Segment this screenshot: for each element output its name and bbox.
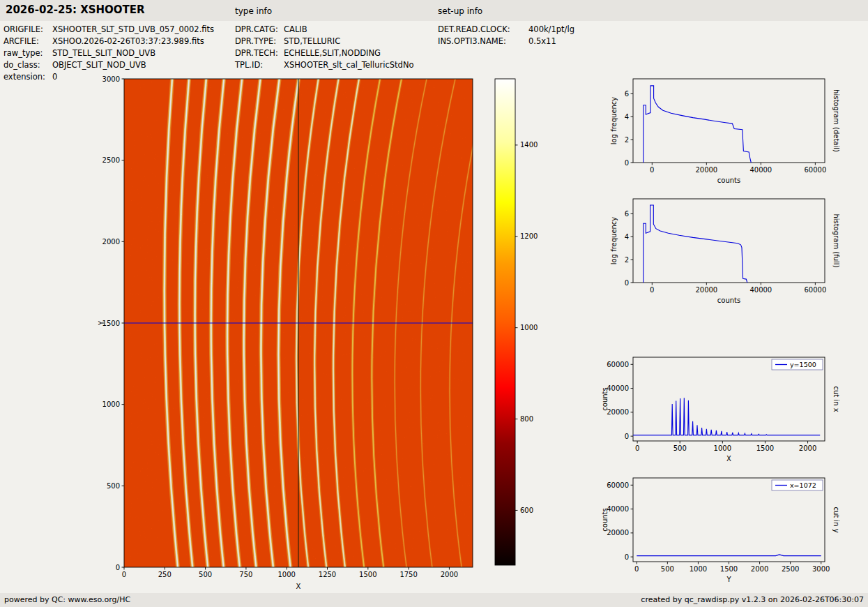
svg-text:1400: 1400 bbox=[520, 141, 538, 149]
svg-text:counts: counts bbox=[601, 508, 609, 531]
svg-text:600: 600 bbox=[520, 507, 533, 514]
svg-text:20000: 20000 bbox=[607, 529, 629, 537]
svg-text:6: 6 bbox=[625, 210, 629, 218]
svg-text:0: 0 bbox=[650, 166, 654, 174]
svg-text:1000: 1000 bbox=[714, 444, 731, 452]
svg-text:1000: 1000 bbox=[277, 571, 295, 578]
svg-text:3000: 3000 bbox=[102, 75, 120, 83]
svg-text:0: 0 bbox=[635, 444, 639, 452]
svg-text:1000: 1000 bbox=[102, 400, 120, 408]
svg-text:4: 4 bbox=[625, 233, 629, 241]
svg-text:500: 500 bbox=[661, 565, 674, 573]
svg-text:0: 0 bbox=[116, 564, 120, 571]
svg-text:2000: 2000 bbox=[751, 565, 768, 573]
svg-text:histogram (detail): histogram (detail) bbox=[832, 89, 840, 152]
svg-text:0: 0 bbox=[625, 159, 629, 167]
svg-text:Y: Y bbox=[726, 576, 731, 583]
footer-powered-by: powered by QC: www.eso.org/HC bbox=[4, 595, 130, 604]
svg-text:6: 6 bbox=[625, 90, 629, 98]
svg-text:0: 0 bbox=[634, 565, 639, 573]
plots-canvas: 0250500750100012501500175020000500100015… bbox=[0, 0, 868, 607]
svg-text:1000: 1000 bbox=[690, 565, 707, 573]
cut_y-legend: x=1072 bbox=[772, 480, 823, 490]
svg-text:y=1500: y=1500 bbox=[790, 361, 816, 368]
svg-text:0: 0 bbox=[625, 553, 629, 561]
svg-text:1200: 1200 bbox=[520, 232, 538, 240]
svg-text:3000: 3000 bbox=[812, 565, 830, 573]
svg-text:20000: 20000 bbox=[695, 166, 717, 174]
svg-text:0: 0 bbox=[625, 433, 629, 440]
colorbar: 600800100012001400 bbox=[495, 79, 538, 565]
svg-text:40000: 40000 bbox=[749, 286, 772, 294]
svg-text:log frequency: log frequency bbox=[610, 97, 618, 145]
svg-text:500: 500 bbox=[107, 482, 120, 490]
raw-frame-chart: 0250500750100012501500175020000500100015… bbox=[98, 75, 487, 591]
hist_full-chart: 02000040000600000246countslog frequencyh… bbox=[610, 199, 840, 304]
cut_x-chart: 05001000150020000200004000060000Xcountsc… bbox=[601, 357, 840, 463]
svg-text:log frequency: log frequency bbox=[610, 217, 618, 265]
svg-text:counts: counts bbox=[717, 297, 740, 304]
svg-text:250: 250 bbox=[158, 571, 172, 578]
svg-text:1750: 1750 bbox=[399, 571, 417, 578]
footer-created-by: created by qc_rawdisp.py v1.2.3 on 2026-… bbox=[641, 595, 864, 604]
footer-bar: powered by QC: www.eso.org/HC created by… bbox=[0, 593, 868, 607]
svg-text:Y: Y bbox=[98, 320, 105, 326]
svg-text:2000: 2000 bbox=[102, 238, 120, 246]
svg-text:2: 2 bbox=[625, 136, 629, 144]
svg-text:histogram (full): histogram (full) bbox=[832, 213, 840, 267]
svg-text:20000: 20000 bbox=[695, 286, 717, 294]
svg-text:2500: 2500 bbox=[102, 156, 120, 164]
svg-text:counts: counts bbox=[717, 177, 740, 184]
svg-text:cut in y: cut in y bbox=[832, 507, 840, 532]
svg-text:1500: 1500 bbox=[720, 565, 738, 573]
svg-text:X: X bbox=[726, 455, 731, 463]
svg-text:40000: 40000 bbox=[607, 505, 629, 513]
svg-text:60000: 60000 bbox=[804, 286, 826, 294]
svg-text:800: 800 bbox=[520, 415, 533, 423]
svg-text:X: X bbox=[296, 583, 301, 590]
svg-text:2000: 2000 bbox=[799, 444, 816, 452]
svg-text:1500: 1500 bbox=[359, 571, 376, 578]
svg-text:1000: 1000 bbox=[520, 324, 538, 331]
cut_x-legend: y=1500 bbox=[772, 359, 823, 370]
svg-text:1250: 1250 bbox=[319, 571, 336, 578]
svg-text:60000: 60000 bbox=[607, 361, 629, 368]
svg-text:500: 500 bbox=[199, 571, 212, 578]
svg-text:60000: 60000 bbox=[607, 481, 629, 489]
svg-text:counts: counts bbox=[601, 387, 609, 410]
qc-rawdisp-report: 2026-02-25: XSHOOTER type info set-up in… bbox=[0, 0, 868, 607]
svg-text:0: 0 bbox=[625, 279, 629, 287]
svg-text:40000: 40000 bbox=[607, 384, 629, 392]
cut_y-chart: 0500100015002000250030000200004000060000… bbox=[601, 478, 840, 583]
svg-text:20000: 20000 bbox=[607, 408, 629, 416]
svg-text:750: 750 bbox=[239, 571, 252, 578]
raw-frame-image bbox=[124, 79, 487, 567]
svg-text:2000: 2000 bbox=[441, 571, 458, 578]
svg-text:500: 500 bbox=[673, 444, 687, 452]
svg-text:4: 4 bbox=[625, 113, 629, 121]
svg-text:2500: 2500 bbox=[782, 565, 799, 573]
svg-text:cut in x: cut in x bbox=[832, 386, 840, 412]
svg-text:40000: 40000 bbox=[749, 166, 772, 174]
hist_detail-chart: 02000040000600000246countslog frequencyh… bbox=[610, 79, 840, 184]
svg-text:0: 0 bbox=[650, 286, 654, 294]
svg-text:x=1072: x=1072 bbox=[790, 481, 816, 489]
svg-text:2: 2 bbox=[625, 256, 629, 264]
svg-text:60000: 60000 bbox=[804, 166, 826, 174]
svg-text:1500: 1500 bbox=[756, 444, 774, 452]
svg-text:0: 0 bbox=[122, 571, 126, 578]
